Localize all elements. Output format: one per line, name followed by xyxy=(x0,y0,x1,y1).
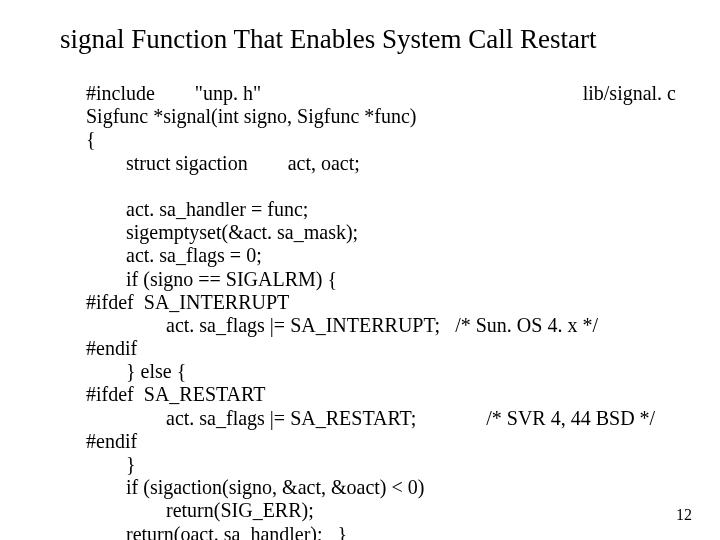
code-line: } else { xyxy=(86,360,186,382)
code-line: return(SIG_ERR); xyxy=(86,499,314,521)
code-line: #include "unp. h" xyxy=(86,82,261,104)
code-line: #endif xyxy=(86,337,137,359)
code-line: struct sigaction act, oact; xyxy=(86,152,360,174)
code-line: act. sa_flags = 0; xyxy=(86,244,262,266)
code-line: sigemptyset(&act. sa_mask); xyxy=(86,221,358,243)
slide: signal Function That Enables System Call… xyxy=(0,0,720,540)
code-line: act. sa_handler = func; xyxy=(86,198,308,220)
code-line: #ifdef SA_INTERRUPT xyxy=(86,291,289,313)
code-block: #include "unp. h" Sigfunc *signal(int si… xyxy=(86,82,676,540)
page-number: 12 xyxy=(676,506,692,524)
code-line: if (sigaction(signo, &act, &oact) < 0) xyxy=(86,476,424,498)
code-line: Sigfunc *signal(int signo, Sigfunc *func… xyxy=(86,105,417,127)
code-line: #endif xyxy=(86,430,137,452)
code-line: act. sa_flags |= SA_RESTART; /* SVR 4, 4… xyxy=(86,407,655,429)
code-line: if (signo == SIGALRM) { xyxy=(86,268,337,290)
page-title: signal Function That Enables System Call… xyxy=(60,24,700,55)
code-line: } xyxy=(86,453,136,475)
code-line: act. sa_flags |= SA_INTERRUPT; /* Sun. O… xyxy=(86,314,598,336)
code-line: #ifdef SA_RESTART xyxy=(86,383,265,405)
code-line: { xyxy=(86,128,96,150)
code-line: return(oact. sa_handler); } xyxy=(86,523,347,540)
